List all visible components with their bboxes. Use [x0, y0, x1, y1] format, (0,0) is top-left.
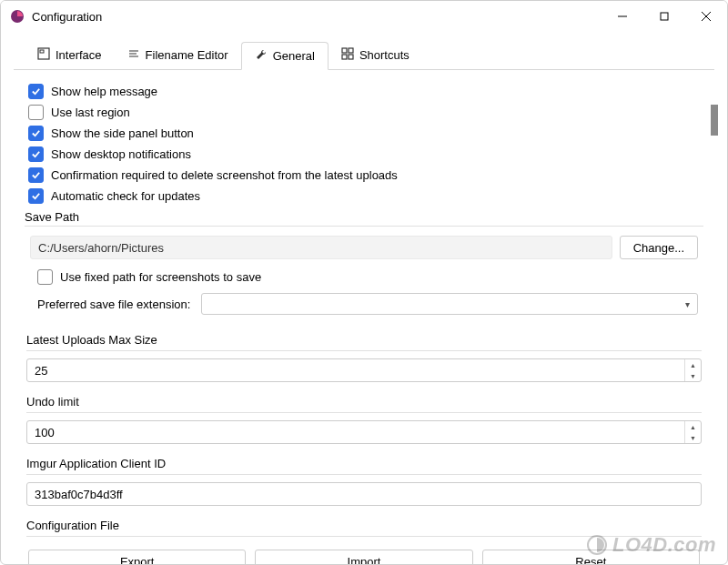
latest-uploads-label: Latest Uploads Max Size — [26, 333, 702, 347]
tab-shortcuts[interactable]: Shortcuts — [329, 41, 422, 69]
svg-rect-13 — [349, 55, 353, 59]
checkbox-row: Show the side panel button — [25, 123, 703, 144]
checkbox-label: Show desktop notifications — [51, 147, 191, 161]
svg-rect-6 — [40, 50, 44, 53]
window-title: Configuration — [32, 10, 102, 24]
checkbox-1[interactable] — [28, 105, 44, 120]
scrollbar-thumb[interactable] — [711, 105, 718, 136]
svg-rect-11 — [349, 48, 353, 53]
spin-arrows[interactable]: ▲ ▼ — [684, 359, 701, 381]
checkbox-label: Confirmation required to delete screensh… — [51, 168, 398, 182]
use-fixed-path-row: Use fixed path for screenshots to save — [25, 267, 703, 288]
svg-rect-2 — [661, 13, 668, 20]
divider — [26, 412, 702, 413]
reset-label: Reset — [575, 555, 606, 565]
tab-label: Interface — [56, 48, 102, 62]
tab-filename-editor[interactable]: Filename Editor — [115, 41, 241, 69]
change-path-button[interactable]: Change... — [620, 236, 698, 259]
spin-down-icon[interactable]: ▼ — [685, 370, 701, 381]
imgur-client-id-value: 313baf0c7b4d3ff — [35, 488, 123, 501]
tab-general[interactable]: General — [241, 42, 329, 70]
undo-limit-spin[interactable]: 100 ▲ ▼ — [26, 420, 702, 444]
svg-rect-12 — [342, 55, 347, 59]
export-label: Export — [120, 555, 155, 565]
undo-limit-label: Undo limit — [26, 395, 702, 409]
checkbox-label: Automatic check for updates — [51, 189, 200, 203]
checkbox-3[interactable] — [28, 146, 44, 162]
imgur-client-id-input[interactable]: 313baf0c7b4d3ff — [26, 482, 702, 506]
use-fixed-path-checkbox[interactable] — [37, 269, 53, 285]
tab-label: Filename Editor — [146, 48, 228, 62]
checkbox-row: Confirmation required to delete screensh… — [25, 165, 703, 186]
undo-limit-value: 100 — [27, 426, 684, 439]
pref-ext-label: Preferred save file extension: — [37, 298, 190, 311]
imgur-client-id-label: Imgur Application Client ID — [26, 457, 702, 470]
spin-down-icon[interactable]: ▼ — [685, 432, 701, 443]
latest-uploads-spin[interactable]: 25 ▲ ▼ — [26, 358, 702, 382]
checkbox-4[interactable] — [28, 167, 44, 183]
export-button[interactable]: Export — [28, 550, 246, 564]
spin-up-icon[interactable]: ▲ — [685, 359, 701, 370]
latest-uploads-value: 25 — [27, 364, 684, 378]
use-fixed-path-label: Use fixed path for screenshots to save — [60, 270, 261, 284]
reset-button[interactable]: Reset — [482, 550, 700, 564]
shortcuts-icon — [341, 47, 354, 63]
filename-icon — [127, 47, 140, 63]
divider — [26, 350, 702, 351]
svg-rect-10 — [342, 48, 347, 53]
content-area: Show help messageUse last regionShow the… — [1, 70, 727, 564]
wrench-icon — [255, 48, 268, 64]
divider — [26, 474, 702, 475]
tab-interface[interactable]: Interface — [25, 41, 115, 69]
import-label: Import — [348, 555, 381, 565]
checkbox-row: Show desktop notifications — [25, 144, 703, 165]
tab-label: General — [273, 49, 315, 63]
change-label: Change... — [633, 241, 684, 255]
maximize-button[interactable] — [643, 1, 685, 32]
divider — [26, 536, 702, 537]
pref-ext-select[interactable]: ▾ — [201, 293, 698, 315]
checkbox-0[interactable] — [28, 84, 44, 99]
tab-bar: Interface Filename Editor General Shortc… — [1, 32, 727, 69]
checkbox-label: Show the side panel button — [51, 126, 194, 140]
interface-icon — [37, 47, 50, 63]
spin-up-icon[interactable]: ▲ — [685, 421, 701, 432]
tab-label: Shortcuts — [359, 48, 410, 62]
save-path-input[interactable]: C:/Users/ahorn/Pictures — [30, 236, 612, 259]
checkbox-row: Automatic check for updates — [25, 186, 703, 207]
close-button[interactable] — [685, 1, 727, 32]
import-button[interactable]: Import — [255, 550, 472, 564]
save-path-value: C:/Users/ahorn/Pictures — [38, 241, 164, 255]
app-icon — [10, 9, 25, 24]
checkbox-row: Show help message — [25, 81, 703, 102]
titlebar: Configuration — [1, 1, 727, 32]
checkbox-label: Show help message — [51, 85, 157, 98]
checkbox-label: Use last region — [51, 106, 130, 119]
checkbox-2[interactable] — [28, 126, 44, 141]
minimize-button[interactable] — [602, 1, 643, 32]
checkbox-5[interactable] — [28, 188, 44, 204]
configuration-file-header: Configuration File — [26, 519, 702, 532]
scrollbar[interactable] — [711, 88, 718, 252]
save-path-header: Save Path — [25, 210, 703, 224]
divider — [25, 226, 703, 227]
chevron-down-icon: ▾ — [685, 299, 690, 309]
checkbox-row: Use last region — [25, 102, 703, 123]
spin-arrows[interactable]: ▲ ▼ — [684, 421, 701, 443]
